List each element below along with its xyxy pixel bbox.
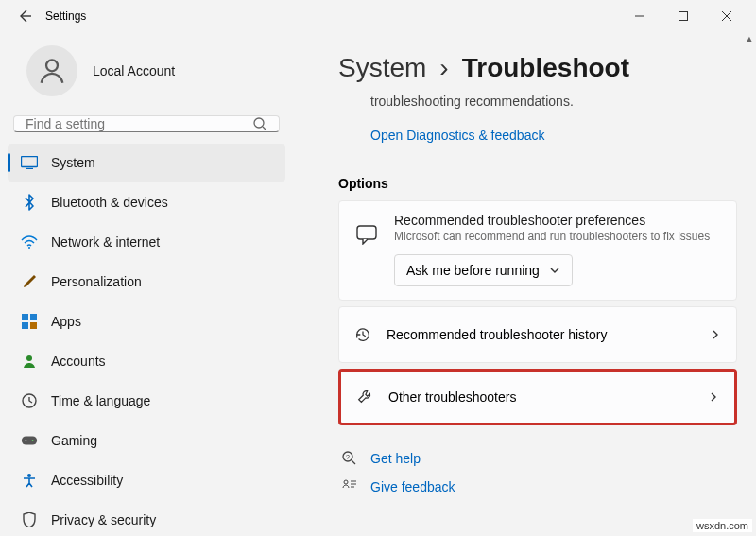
close-icon: [722, 11, 731, 21]
get-help-link[interactable]: ? Get help: [338, 444, 737, 473]
help-label: Get help: [370, 451, 421, 466]
svg-rect-16: [22, 437, 37, 445]
nav-label: Bluetooth & devices: [51, 195, 168, 210]
svg-line-6: [263, 127, 266, 130]
account-block[interactable]: Local Account: [6, 40, 287, 108]
maximize-icon: [679, 11, 688, 21]
chevron-down-icon: [549, 265, 560, 276]
svg-rect-10: [22, 314, 28, 320]
bluetooth-icon: [21, 194, 38, 211]
section-title: Options: [338, 176, 737, 191]
minimize-button[interactable]: [618, 2, 662, 30]
svg-point-4: [46, 60, 58, 71]
clock-icon: [21, 392, 38, 409]
system-icon: [21, 154, 38, 171]
card-sub: Microsoft can recommend and run troubles…: [394, 230, 721, 243]
window-title: Settings: [45, 9, 86, 23]
personalization-icon: [21, 273, 38, 290]
preference-dropdown[interactable]: Ask me before running: [394, 254, 573, 286]
network-icon: [21, 233, 38, 251]
nav-label: Apps: [51, 314, 81, 329]
nav-label: Gaming: [51, 433, 97, 448]
nav-item-bluetooth[interactable]: Bluetooth & devices: [8, 183, 285, 221]
chevron-right-icon: [708, 391, 719, 403]
row-label: Recommended troubleshooter history: [387, 327, 695, 342]
svg-point-17: [26, 440, 27, 441]
svg-point-18: [32, 440, 34, 441]
minimize-icon: [635, 11, 644, 21]
titlebar: Settings: [0, 0, 756, 32]
row-label: Other troubleshooters: [388, 389, 693, 405]
apps-icon: [21, 313, 38, 330]
nav-label: Personalization: [51, 274, 142, 289]
help-icon: ?: [340, 450, 359, 467]
breadcrumb-parent[interactable]: System: [338, 53, 426, 83]
nav-item-gaming[interactable]: Gaming: [8, 422, 285, 459]
chevron-right-icon: [710, 329, 721, 340]
search-icon: [252, 116, 267, 131]
svg-point-9: [28, 247, 30, 249]
shield-icon: [21, 511, 38, 528]
nav-label: Privacy & security: [51, 512, 156, 527]
svg-rect-13: [30, 322, 37, 329]
history-row[interactable]: Recommended troubleshooter history: [338, 306, 737, 363]
nav-item-time[interactable]: Time & language: [8, 382, 285, 420]
nav: System Bluetooth & devices Network & int…: [6, 144, 287, 536]
scrollbar[interactable]: ▲: [743, 32, 756, 536]
feedback-link[interactable]: Give feedback: [338, 473, 737, 501]
svg-point-24: [344, 480, 348, 484]
nav-item-system[interactable]: System: [8, 144, 285, 182]
search-input[interactable]: [26, 116, 252, 131]
svg-point-5: [254, 118, 264, 128]
feedback-icon: [340, 478, 359, 495]
other-troubleshooters-row[interactable]: Other troubleshooters: [338, 369, 737, 425]
nav-label: Accessibility: [51, 473, 123, 488]
svg-rect-20: [357, 226, 376, 239]
maximize-button[interactable]: [662, 2, 705, 30]
svg-rect-1: [679, 12, 688, 21]
back-button[interactable]: [8, 2, 42, 30]
preferences-card: Recommended troubleshooter preferences M…: [338, 200, 737, 301]
svg-point-14: [26, 355, 32, 361]
nav-item-network[interactable]: Network & internet: [8, 223, 285, 261]
nav-item-accounts[interactable]: Accounts: [8, 342, 285, 380]
person-icon: [36, 55, 68, 87]
breadcrumb-current: Troubleshoot: [462, 53, 629, 83]
nav-item-apps[interactable]: Apps: [8, 303, 285, 340]
search-box[interactable]: [13, 115, 280, 132]
svg-rect-11: [30, 314, 37, 320]
nav-item-personalization[interactable]: Personalization: [8, 263, 285, 301]
accounts-icon: [21, 353, 38, 370]
breadcrumb-sep: ›: [439, 53, 448, 83]
back-arrow-icon: [17, 9, 32, 24]
avatar: [26, 45, 77, 96]
svg-line-22: [352, 460, 355, 464]
sidebar: Local Account System Bluetooth & devices…: [0, 32, 293, 536]
accessibility-icon: [21, 472, 38, 489]
nav-label: Time & language: [51, 393, 150, 408]
watermark: wsxdn.com: [693, 519, 752, 532]
breadcrumb: System › Troubleshoot: [338, 53, 737, 83]
history-icon: [354, 326, 371, 343]
scroll-up-arrow-icon[interactable]: ▲: [743, 32, 756, 45]
top-partial-text: troubleshooting recommendations.: [338, 93, 737, 111]
svg-text:?: ?: [346, 454, 350, 460]
dropdown-value: Ask me before running: [406, 263, 540, 278]
chat-icon: [354, 213, 379, 256]
card-title: Recommended troubleshooter preferences: [394, 213, 721, 228]
close-button[interactable]: [705, 2, 748, 30]
main-content: System › Troubleshoot troubleshooting re…: [293, 32, 756, 536]
nav-item-privacy[interactable]: Privacy & security: [8, 501, 285, 536]
diagnostics-link[interactable]: Open Diagnostics & feedback: [370, 128, 544, 143]
svg-point-19: [27, 474, 31, 477]
nav-label: Accounts: [51, 354, 106, 369]
gaming-icon: [21, 432, 38, 449]
nav-label: Network & internet: [51, 234, 160, 250]
svg-rect-12: [22, 322, 28, 329]
wrench-icon: [356, 389, 373, 406]
svg-rect-7: [22, 157, 38, 167]
nav-item-accessibility[interactable]: Accessibility: [8, 461, 285, 499]
account-name: Local Account: [93, 63, 175, 78]
nav-label: System: [51, 155, 95, 170]
feedback-label: Give feedback: [370, 479, 455, 494]
